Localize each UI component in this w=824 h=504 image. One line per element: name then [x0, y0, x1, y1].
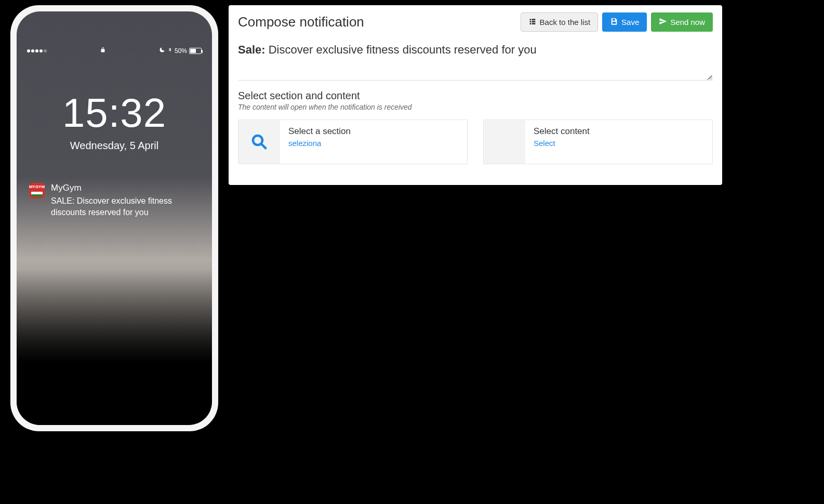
section-heading: Select section and content — [238, 90, 713, 102]
notification-text: MyGym SALE: Discover exclusive fitness d… — [51, 183, 200, 218]
signal-icon — [27, 49, 47, 52]
svg-line-1 — [262, 144, 267, 149]
save-icon — [610, 17, 618, 27]
save-button-label: Save — [621, 18, 639, 26]
section-picker[interactable]: Select a section seleziona — [238, 120, 468, 164]
content-picker-icon-placeholder — [484, 120, 525, 164]
send-icon — [659, 17, 667, 27]
notification-body: SALE: Discover exclusive fitness discoun… — [51, 195, 200, 218]
bluetooth-icon — [167, 47, 172, 55]
lockscreen-clock: 15:32 Wednesday, 5 April — [17, 89, 212, 152]
status-bar: 50% — [17, 47, 212, 55]
status-left — [27, 49, 47, 52]
clock-date: Wednesday, 5 April — [17, 140, 212, 152]
section-picker-label: Select a section — [288, 126, 351, 137]
moon-icon — [159, 47, 165, 55]
svg-point-0 — [253, 136, 262, 145]
battery-percent: 50% — [175, 47, 187, 55]
content-picker[interactable]: Select content Select — [483, 120, 713, 164]
section-help-text: The content will open when the notificat… — [238, 103, 713, 111]
phone-mockup: 50% 15:32 Wednesday, 5 April MYGYM MyGym… — [10, 5, 218, 431]
phone-screen: 50% 15:32 Wednesday, 5 April MYGYM MyGym… — [17, 11, 212, 425]
message-text: Discover exclusive fitness discounts res… — [269, 43, 537, 56]
content-picker-label: Select content — [534, 126, 590, 137]
save-button[interactable]: Save — [602, 12, 647, 32]
message-prefix: Sale: — [238, 43, 265, 56]
list-icon — [528, 17, 537, 27]
panel-header: Compose notification Back to the list Sa… — [238, 12, 713, 32]
notification-message-input[interactable]: Sale: Discover exclusive fitness discoun… — [238, 39, 713, 81]
battery-icon — [189, 48, 202, 54]
back-button-label: Back to the list — [540, 18, 591, 26]
search-icon — [238, 120, 280, 164]
phone-screen-fade — [17, 269, 212, 425]
lockscreen-notification[interactable]: MYGYM MyGym SALE: Discover exclusive fit… — [29, 183, 200, 218]
status-right: 50% — [159, 47, 202, 55]
back-to-list-button[interactable]: Back to the list — [521, 12, 599, 32]
send-now-button[interactable]: Send now — [651, 12, 713, 32]
content-picker-link[interactable]: Select — [534, 139, 590, 148]
resize-handle-icon[interactable] — [706, 73, 712, 79]
picker-row: Select a section seleziona Select conten… — [238, 120, 713, 164]
header-button-row: Back to the list Save Send now — [521, 12, 713, 32]
clock-time: 15:32 — [17, 89, 212, 137]
notification-app-icon: MYGYM — [29, 183, 45, 198]
lock-icon — [100, 47, 106, 55]
compose-panel: Compose notification Back to the list Sa… — [229, 5, 722, 185]
send-button-label: Send now — [670, 18, 705, 26]
notification-app-name: MyGym — [51, 183, 200, 193]
page-title: Compose notification — [238, 14, 364, 30]
section-picker-link[interactable]: seleziona — [288, 139, 351, 148]
